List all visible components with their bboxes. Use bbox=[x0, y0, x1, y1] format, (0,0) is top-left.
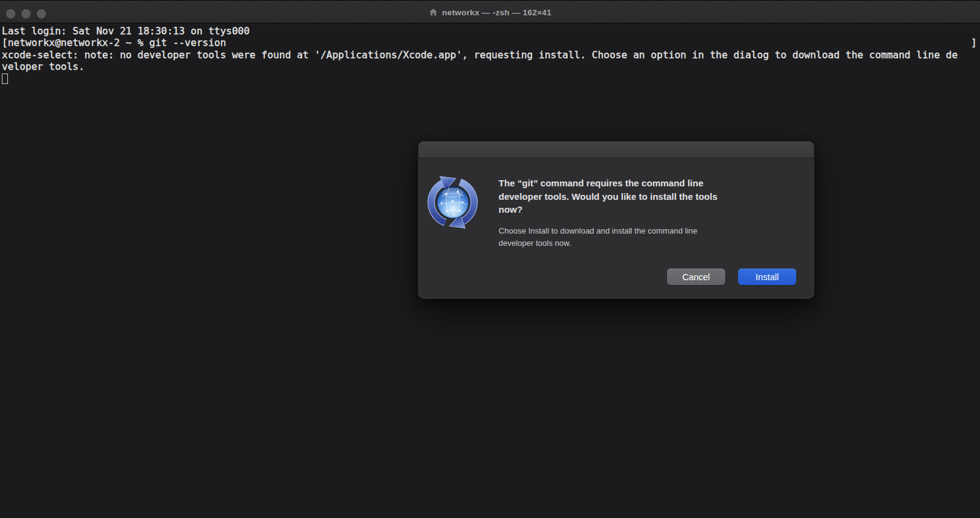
terminal-prompt-line bbox=[2, 73, 980, 85]
dialog-heading: The “git” command requires the command l… bbox=[499, 177, 802, 216]
install-tools-dialog: The “git” command requires the command l… bbox=[418, 141, 815, 299]
software-update-icon bbox=[426, 175, 481, 230]
cancel-button[interactable]: Cancel bbox=[667, 269, 725, 285]
window-title-area: networkx — -zsh — 162×41 bbox=[0, 1, 980, 23]
terminal-line: Last login: Sat Nov 21 18:30:13 on ttys0… bbox=[2, 25, 980, 37]
home-folder-icon[interactable] bbox=[429, 8, 438, 17]
dialog-titlebar[interactable] bbox=[418, 142, 814, 158]
terminal-line: veloper tools. bbox=[2, 61, 980, 72]
install-button[interactable]: Install bbox=[738, 269, 796, 285]
window-title: networkx — -zsh — 162×41 bbox=[442, 8, 552, 17]
terminal-window: networkx — -zsh — 162×41 Last login: Sat… bbox=[0, 0, 980, 518]
window-titlebar[interactable]: networkx — -zsh — 162×41 bbox=[0, 0, 980, 23]
terminal-line: xcode-select: note: no developer tools w… bbox=[2, 49, 980, 61]
terminal-cursor bbox=[2, 74, 8, 84]
prompt-end-mark: ] bbox=[971, 37, 977, 48]
dialog-message: Choose Install to download and install t… bbox=[499, 225, 802, 249]
terminal-line: [networkx@networkx-2 ~ % git --version] bbox=[2, 37, 980, 48]
